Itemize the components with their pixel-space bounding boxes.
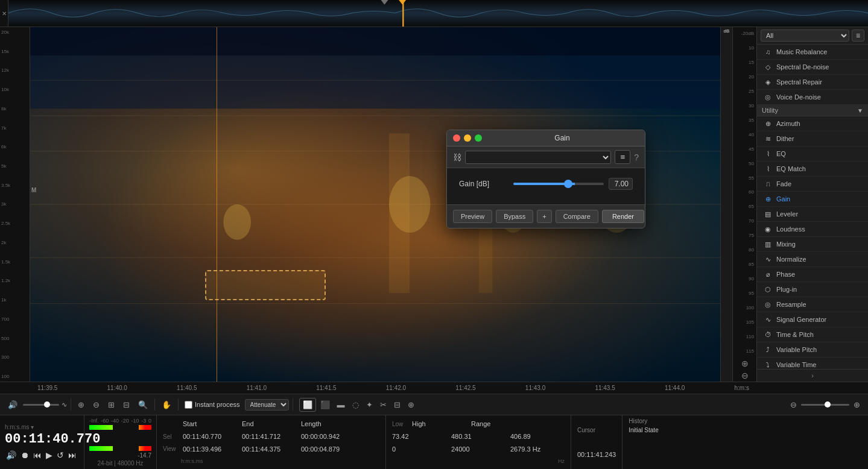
spectral-repair-icon: ◈ — [763, 77, 773, 87]
sel-end-value: 00:11:41.712 — [242, 433, 296, 440]
zoom-normal-button[interactable]: ⊟ — [120, 398, 133, 411]
effect-item-spectral-repair[interactable]: ◈ Spectral Repair — [757, 75, 868, 90]
magnify-button[interactable]: 🔍 — [135, 398, 151, 411]
ruler-mark: 11:40.0 — [107, 385, 127, 391]
effect-item-time-pitch[interactable]: ⏱ Time & Pitch — [757, 327, 868, 342]
effect-item-eq-match[interactable]: ⌇ EQ Match — [757, 162, 868, 177]
zoom-out-right-button[interactable]: ⊖ — [787, 398, 800, 411]
multi-tool-button[interactable]: ⊕ — [405, 398, 417, 411]
effect-label-dither: Dither — [776, 135, 794, 142]
effects-menu-button[interactable]: ≡ — [852, 30, 864, 42]
time-format-label: h:m:s.ms — [5, 424, 30, 430]
ruler-marks: 11:39.5 11:40.0 11:40.5 11:41.0 11:41.5 … — [33, 385, 754, 391]
effect-item-variable-pitch[interactable]: ⤴ Variable Pitch — [757, 342, 868, 357]
effect-item-resample[interactable]: ◎ Resample — [757, 297, 868, 312]
effect-label-variable-time: Variable Time — [776, 361, 816, 368]
effect-item-signal-generator[interactable]: ∿ Signal Generator — [757, 312, 868, 327]
dialog-menu-button[interactable]: ≡ — [615, 150, 630, 164]
lasso-button[interactable]: ◌ — [349, 398, 362, 411]
magic-wand-button[interactable]: ✦ — [363, 398, 376, 411]
effect-item-variable-time[interactable]: ⤵ Variable Time — [757, 357, 868, 369]
align-tool-button[interactable]: ⊟ — [391, 398, 404, 411]
effect-item-fade[interactable]: ⎍ Fade — [757, 177, 868, 192]
preset-select[interactable] — [465, 151, 611, 164]
zoom-out-button[interactable]: ⊖ — [90, 398, 103, 411]
skip-back-button[interactable]: ⏮ — [32, 449, 43, 461]
effect-label-phase: Phase — [776, 271, 795, 278]
zoom-in-button[interactable]: ⊕ — [75, 398, 87, 411]
hms-unit: h:m:s.ms — [181, 458, 235, 464]
freq-label: 6k — [1, 144, 28, 150]
instant-process-label: Instant process — [195, 401, 240, 408]
effect-item-gain[interactable]: ⊕ Gain — [757, 192, 868, 207]
add-button[interactable]: + — [537, 210, 551, 223]
effect-item-dither[interactable]: ≋ Dither — [757, 131, 868, 146]
freq-label: 10k — [1, 87, 28, 92]
gain-param-label: Gain [dB] — [459, 180, 507, 188]
effect-label-variable-pitch: Variable Pitch — [776, 346, 817, 353]
compare-button[interactable]: Compare — [556, 210, 598, 223]
effect-item-eq[interactable]: ⌇ EQ — [757, 146, 868, 162]
fit-to-selection-button[interactable]: ⊞ — [105, 398, 118, 411]
dialog-close-button[interactable] — [453, 134, 460, 142]
play-button[interactable]: ▶ — [45, 449, 54, 461]
effect-label-mixing: Mixing — [776, 241, 796, 248]
track-collapse-icon[interactable]: ✕ — [2, 10, 7, 17]
spectrogram-view[interactable]: M Gain ⛓ ≡ ? Gain [dB] — [30, 27, 720, 382]
gain-slider[interactable] — [513, 183, 604, 185]
zoom-out-freq-icon[interactable]: ⊖ — [741, 371, 749, 380]
selection-rect-button[interactable]: ⬜ — [299, 398, 316, 412]
preview-button[interactable]: Preview — [453, 210, 492, 223]
effect-item-plugin[interactable]: ⬡ Plug-in — [757, 282, 868, 297]
effect-item-phase[interactable]: ⌀ Phase — [757, 267, 868, 282]
effect-item-spectral-denoise[interactable]: ◇ Spectral De-noise — [757, 60, 868, 75]
selection-row-button[interactable]: ▬ — [334, 398, 348, 411]
zoom-slider[interactable] — [801, 404, 849, 406]
effect-item-mixing[interactable]: ▥ Mixing — [757, 237, 868, 252]
effect-item-azimuth[interactable]: ⊕ Azimuth — [757, 116, 868, 131]
render-button[interactable]: Render — [602, 210, 644, 223]
hz-unit: Hz — [558, 458, 565, 464]
speaker-button[interactable]: 🔊 — [5, 449, 17, 461]
dialog-help-button[interactable]: ? — [634, 153, 639, 162]
waveform-overview[interactable] — [8, 0, 868, 27]
volume-icon[interactable]: 🔊 — [5, 398, 21, 411]
freq-label: 2.5k — [1, 221, 28, 226]
sel-row-label: Sel — [163, 433, 178, 440]
bypass-button[interactable]: Bypass — [496, 210, 533, 223]
effect-item-normalize[interactable]: ∿ Normalize — [757, 252, 868, 267]
record-button[interactable]: ⏺ — [19, 449, 30, 461]
selection-region[interactable] — [205, 270, 326, 300]
zoom-in-freq-icon[interactable]: ⊕ — [741, 359, 749, 368]
db-top-label: dB — [721, 28, 732, 34]
panel-expand-button[interactable]: › — [757, 369, 868, 382]
effects-filter-select[interactable]: All — [761, 30, 849, 42]
effect-item-music-rebalance[interactable]: ♫ Music Rebalance — [757, 45, 868, 60]
current-time-display: 00:11:40.770 — [5, 432, 79, 447]
selection-col-button[interactable]: ⬛ — [317, 398, 333, 411]
effect-item-leveler[interactable]: ▤ Leveler — [757, 207, 868, 222]
skip-forward-button[interactable]: ⏭ — [67, 449, 78, 461]
loop-button[interactable]: ↺ — [55, 449, 65, 461]
gain-icon: ⊕ — [763, 194, 773, 204]
dialog-minimize-button[interactable] — [464, 134, 471, 142]
zoom-in-right-button[interactable]: ⊕ — [851, 398, 863, 411]
freq-label: 12k — [1, 68, 28, 73]
time-pitch-icon: ⏱ — [763, 330, 773, 339]
brush-tool-button[interactable]: ✂ — [377, 398, 390, 411]
dialog-maximize-button[interactable] — [475, 134, 482, 142]
selection-info-panel: Start End Length Sel 00:11:40.770 00:11:… — [157, 415, 386, 469]
effect-item-voice-denoise[interactable]: ◎ Voice De-noise — [757, 90, 868, 105]
sel-headers: Start End Length — [163, 420, 379, 427]
toolbar-separator-2 — [154, 398, 155, 411]
attenuate-select[interactable]: Attenuate — [245, 399, 289, 411]
view-end-value: 00:11:44.375 — [242, 445, 296, 453]
spectral-denoise-icon: ◇ — [763, 62, 773, 72]
volume-slider[interactable] — [23, 404, 59, 406]
instant-process-checkbox[interactable] — [185, 401, 192, 409]
time-format-selector[interactable]: h:m:s.ms ▾ — [5, 424, 79, 430]
ruler-mark: 11:40.5 — [177, 385, 197, 391]
utility-category[interactable]: Utility ▼ — [757, 105, 868, 116]
effect-item-loudness[interactable]: ◉ Loudness — [757, 222, 868, 237]
move-tool-button[interactable]: ✋ — [159, 398, 174, 411]
